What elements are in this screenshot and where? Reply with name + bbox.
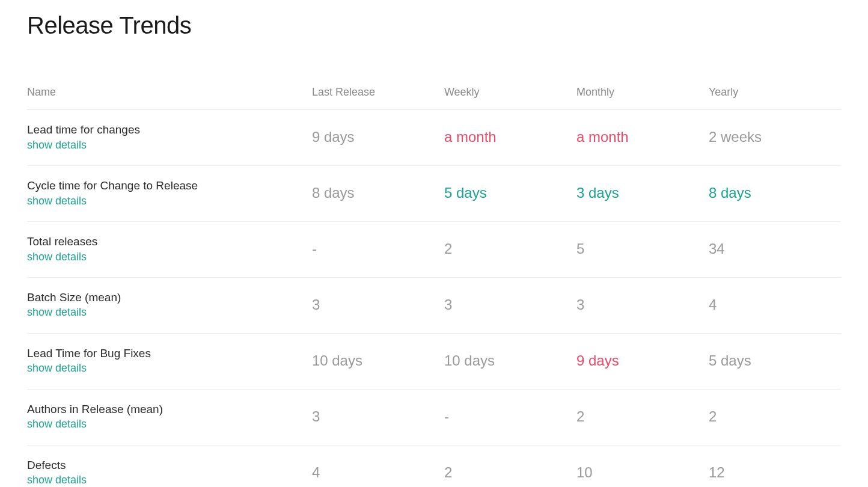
metric-value: 3 days	[576, 185, 619, 201]
column-header-weekly: Weekly	[444, 75, 576, 110]
column-header-monthly: Monthly	[576, 75, 709, 110]
metric-value: -	[312, 240, 317, 257]
metric-name-cell: Batch Size (mean)show details	[27, 277, 312, 333]
table-row: Defectsshow details421012	[27, 445, 841, 487]
metric-value-cell: 5 days	[444, 165, 576, 221]
table-row: Cycle time for Change to Releaseshow det…	[27, 165, 841, 221]
metric-value-cell: a month	[576, 110, 709, 166]
metric-name: Batch Size (mean)	[27, 290, 312, 305]
page-title: Release Trends	[27, 12, 841, 39]
metric-value-cell: 4	[709, 277, 841, 333]
metric-name: Defects	[27, 458, 312, 473]
metric-value: 9 days	[312, 129, 355, 145]
metric-value-cell: 2	[709, 389, 841, 445]
column-header-name: Name	[27, 75, 312, 110]
metric-value-cell: 9 days	[312, 110, 444, 166]
metric-value-cell: 2	[444, 445, 576, 487]
metric-value-cell: 9 days	[576, 333, 709, 389]
table-row: Lead time for changesshow details9 daysa…	[27, 110, 841, 166]
metric-value: a month	[444, 129, 497, 145]
metric-value: 2 weeks	[709, 129, 762, 145]
show-details-link[interactable]: show details	[27, 417, 312, 431]
metric-value: 2	[444, 464, 452, 480]
metric-value-cell: 10	[576, 445, 709, 487]
metric-value-cell: 2 weeks	[709, 110, 841, 166]
metric-value-cell: 5	[576, 221, 709, 277]
metric-value-cell: 2	[444, 221, 576, 277]
metric-value: 5	[576, 240, 584, 257]
metric-value-cell: 3 days	[576, 165, 709, 221]
metric-value-cell: -	[444, 389, 576, 445]
metric-value: -	[444, 408, 449, 424]
metric-value-cell: a month	[444, 110, 576, 166]
metric-name-cell: Cycle time for Change to Releaseshow det…	[27, 165, 312, 221]
metric-value: 4	[709, 296, 717, 313]
metric-name: Lead Time for Bug Fixes	[27, 346, 312, 361]
metric-value: a month	[576, 129, 629, 145]
column-header-yearly: Yearly	[709, 75, 841, 110]
table-row: Authors in Release (mean)show details3-2…	[27, 389, 841, 445]
metric-name-cell: Defectsshow details	[27, 445, 312, 487]
metric-value-cell: 5 days	[709, 333, 841, 389]
metric-value: 3	[312, 408, 320, 424]
metric-value-cell: 4	[312, 445, 444, 487]
metric-value-cell: 3	[444, 277, 576, 333]
column-header-last-release: Last Release	[312, 75, 444, 110]
show-details-link[interactable]: show details	[27, 138, 312, 152]
show-details-link[interactable]: show details	[27, 361, 312, 375]
metric-value-cell: 8 days	[312, 165, 444, 221]
metric-value-cell: 3	[312, 277, 444, 333]
table-row: Total releasesshow details-2534	[27, 221, 841, 277]
metric-value: 10 days	[312, 352, 362, 369]
metric-name: Lead time for changes	[27, 122, 312, 138]
metric-name-cell: Total releasesshow details	[27, 221, 312, 277]
metric-value-cell: 10 days	[444, 333, 576, 389]
metric-value: 2	[709, 408, 717, 424]
metric-value: 9 days	[576, 352, 619, 369]
metric-name-cell: Lead time for changesshow details	[27, 110, 312, 166]
table-row: Batch Size (mean)show details3334	[27, 277, 841, 333]
metric-value: 3	[576, 296, 584, 313]
metric-value: 2	[576, 408, 584, 424]
metric-name: Cycle time for Change to Release	[27, 178, 312, 194]
release-trends-table: Name Last Release Weekly Monthly Yearly …	[27, 75, 841, 487]
metric-value-cell: 34	[709, 221, 841, 277]
metric-name-cell: Authors in Release (mean)show details	[27, 389, 312, 445]
table-row: Lead Time for Bug Fixesshow details10 da…	[27, 333, 841, 389]
metric-value: 5 days	[444, 185, 487, 201]
metric-value: 10 days	[444, 352, 495, 369]
metric-name-cell: Lead Time for Bug Fixesshow details	[27, 333, 312, 389]
metric-value: 8 days	[709, 185, 751, 201]
metric-value-cell: 2	[576, 389, 709, 445]
show-details-link[interactable]: show details	[27, 473, 312, 487]
metric-value-cell: -	[312, 221, 444, 277]
metric-value: 8 days	[312, 185, 355, 201]
metric-value: 2	[444, 240, 452, 257]
metric-value-cell: 3	[312, 389, 444, 445]
metric-value: 4	[312, 464, 320, 480]
metric-value: 5 days	[709, 352, 751, 369]
metric-value: 3	[444, 296, 452, 313]
metric-value-cell: 10 days	[312, 333, 444, 389]
table-header-row: Name Last Release Weekly Monthly Yearly	[27, 75, 841, 110]
metric-name: Authors in Release (mean)	[27, 402, 312, 417]
metric-value: 10	[576, 464, 593, 480]
metric-name: Total releases	[27, 234, 312, 250]
show-details-link[interactable]: show details	[27, 194, 312, 208]
metric-value: 3	[312, 296, 320, 313]
metric-value-cell: 12	[709, 445, 841, 487]
metric-value-cell: 8 days	[709, 165, 841, 221]
metric-value-cell: 3	[576, 277, 709, 333]
metric-value: 12	[709, 464, 725, 480]
show-details-link[interactable]: show details	[27, 250, 312, 264]
show-details-link[interactable]: show details	[27, 305, 312, 319]
metric-value: 34	[709, 240, 725, 257]
